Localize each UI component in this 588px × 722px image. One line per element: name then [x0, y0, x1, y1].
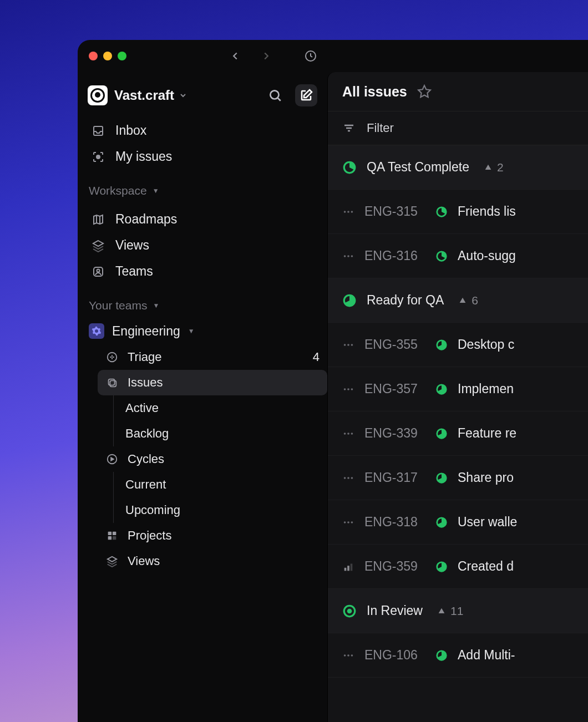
sidebar-item-views[interactable]: Views	[98, 548, 327, 574]
priority-icon[interactable]	[342, 250, 354, 262]
issue-title: Add Multi-	[458, 648, 515, 663]
issue-title: Desktop c	[458, 337, 514, 352]
priority-icon[interactable]	[342, 383, 354, 395]
svg-point-40	[347, 521, 349, 523]
svg-rect-45	[351, 563, 353, 571]
svg-point-15	[347, 211, 349, 213]
svg-point-29	[351, 388, 353, 390]
maximize-window-button[interactable]	[118, 52, 126, 60]
status-icon[interactable]	[435, 561, 448, 573]
sidebar-item-triage[interactable]: Triage4	[98, 344, 327, 370]
count-badge: 4	[313, 350, 320, 364]
issue-row[interactable]: ENG-339Feature re	[328, 411, 588, 456]
section-workspace[interactable]: Workspace ▼	[78, 173, 327, 203]
status-icon[interactable]	[435, 206, 448, 218]
sidebar-item-label: Current	[125, 477, 166, 492]
search-button[interactable]	[264, 84, 286, 106]
issue-title: Share pro	[458, 470, 514, 485]
cycles-icon	[105, 452, 119, 466]
issue-row[interactable]: ENG-318User walle	[328, 500, 588, 545]
status-icon[interactable]	[435, 339, 448, 351]
svg-point-27	[344, 388, 346, 390]
layers-icon	[91, 238, 105, 253]
team-engineering[interactable]: Engineering ▼	[78, 318, 327, 344]
priority-icon[interactable]	[342, 339, 354, 351]
group-count: 2	[484, 161, 504, 174]
svg-point-28	[347, 388, 349, 390]
sidebar-item-my-issues[interactable]: My issues	[83, 144, 322, 170]
favorite-button[interactable]	[417, 84, 432, 99]
priority-icon[interactable]	[342, 206, 354, 218]
main-pane: All issues Filter QA Test Complete2ENG-3…	[327, 72, 588, 722]
priority-icon[interactable]	[342, 561, 354, 573]
status-icon[interactable]	[435, 250, 448, 262]
sidebar-item-teams[interactable]: Teams	[83, 258, 322, 284]
status-icon[interactable]	[435, 516, 448, 528]
triage-icon	[105, 350, 119, 364]
sidebar-item-upcoming[interactable]: Upcoming	[98, 497, 327, 523]
issue-row[interactable]: ENG-355Desktop c	[328, 323, 588, 367]
triangle-down-icon: ▼	[188, 327, 195, 335]
status-icon[interactable]	[435, 649, 448, 662]
section-your-teams[interactable]: Your teams ▼	[78, 288, 327, 318]
svg-point-37	[351, 477, 353, 479]
issue-row[interactable]: ENG-357Implemen	[328, 367, 588, 411]
svg-point-18	[344, 255, 346, 257]
svg-point-16	[351, 211, 353, 213]
group-count: 11	[437, 604, 463, 618]
issue-title: User walle	[458, 515, 517, 530]
group-header[interactable]: QA Test Complete2	[328, 145, 588, 190]
svg-rect-10	[113, 532, 116, 535]
search-icon	[268, 88, 282, 103]
sidebar-item-cycles[interactable]: Cycles	[98, 446, 327, 472]
issue-row[interactable]: ENG-317Share pro	[328, 456, 588, 500]
issue-row[interactable]: ENG-106Add Multi-	[328, 633, 588, 678]
issue-row[interactable]: ENG-316Auto-sugg	[328, 234, 588, 278]
status-icon[interactable]	[435, 472, 448, 484]
priority-icon[interactable]	[342, 516, 354, 528]
chevron-down-icon	[179, 91, 187, 100]
status-icon[interactable]	[435, 428, 448, 440]
inbox-icon	[91, 124, 105, 138]
sidebar-item-active[interactable]: Active	[98, 395, 327, 421]
sidebar-item-label: Backlog	[125, 426, 169, 441]
svg-point-39	[344, 521, 346, 523]
sidebar-item-label: Active	[125, 401, 159, 415]
sidebar-item-issues[interactable]: Issues	[98, 370, 327, 395]
minimize-window-button[interactable]	[103, 52, 112, 60]
issue-row[interactable]: ENG-315Friends lis	[328, 190, 588, 234]
issue-id: ENG-318	[364, 515, 425, 530]
group-header[interactable]: Ready for QA6	[328, 278, 588, 323]
svg-point-19	[347, 255, 349, 257]
sidebar-item-projects[interactable]: Projects	[98, 523, 327, 548]
sidebar-item-inbox[interactable]: Inbox	[83, 118, 322, 144]
status-icon[interactable]	[435, 383, 448, 395]
app-window: Vast.craft Inbox	[78, 40, 588, 722]
priority-icon[interactable]	[342, 428, 354, 440]
new-issue-button[interactable]	[295, 84, 317, 106]
sidebar-item-label: Teams	[115, 264, 153, 279]
priority-icon[interactable]	[342, 472, 354, 484]
issue-row[interactable]: ENG-359Created d	[328, 545, 588, 589]
sidebar-item-roadmaps[interactable]: Roadmaps	[83, 206, 322, 232]
svg-point-35	[344, 477, 346, 479]
gear-icon	[89, 323, 104, 339]
filter-bar[interactable]: Filter	[328, 111, 588, 145]
sidebar-item-current[interactable]: Current	[98, 472, 327, 497]
map-icon	[91, 212, 105, 227]
close-window-button[interactable]	[89, 52, 98, 60]
sidebar-item-backlog[interactable]: Backlog	[98, 421, 327, 446]
sidebar-item-views[interactable]: Views	[83, 232, 322, 258]
svg-rect-11	[108, 536, 111, 540]
nav-forward-button[interactable]	[258, 48, 274, 64]
workspace-switcher[interactable]: Vast.craft	[78, 72, 327, 114]
priority-icon[interactable]	[342, 649, 354, 662]
sidebar-item-label: Cycles	[128, 452, 164, 466]
titlebar	[78, 40, 588, 72]
group-header[interactable]: In Review11	[328, 589, 588, 633]
history-button[interactable]	[303, 48, 318, 64]
traffic-lights	[89, 52, 126, 60]
nav-back-button[interactable]	[227, 48, 243, 64]
issue-id: ENG-359	[364, 559, 425, 574]
triangle-down-icon: ▼	[153, 187, 159, 195]
